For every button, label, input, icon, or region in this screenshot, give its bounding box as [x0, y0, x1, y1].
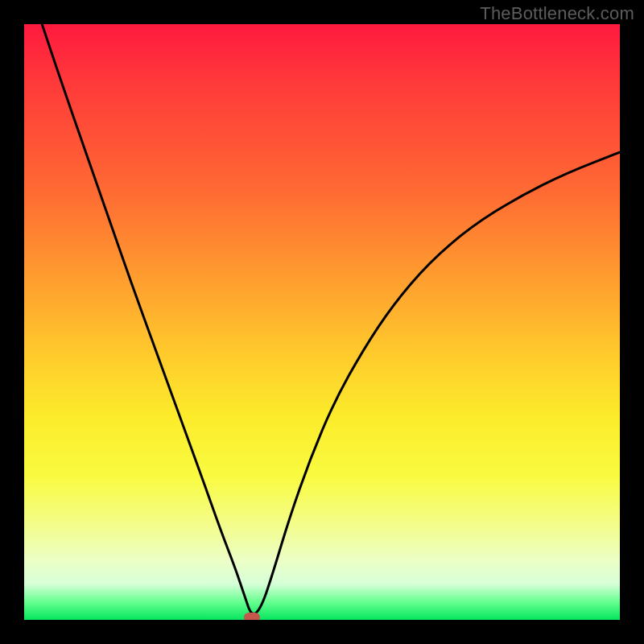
bottleneck-curve [42, 24, 620, 613]
chart-frame: TheBottleneck.com [0, 0, 644, 644]
optimum-marker [244, 613, 260, 620]
plot-area [24, 24, 620, 620]
curve-svg [24, 24, 620, 620]
watermark-text: TheBottleneck.com [480, 3, 634, 24]
